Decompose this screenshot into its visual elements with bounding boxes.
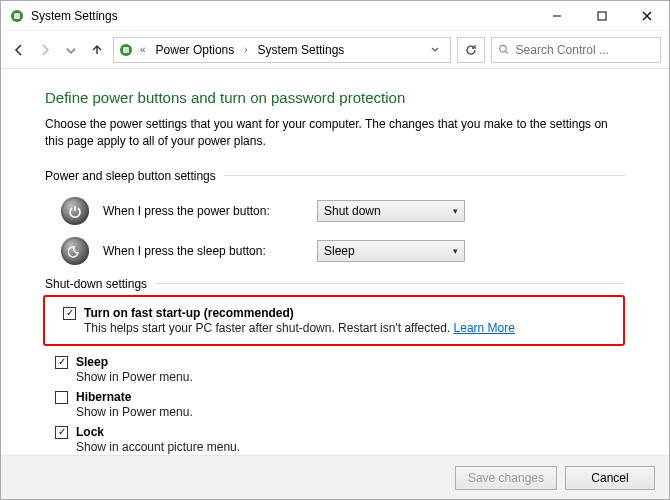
chevron-down-icon: ▾: [453, 246, 458, 256]
lock-option-desc: Show in account picture menu.: [76, 440, 240, 454]
breadcrumb-dropdown[interactable]: [424, 43, 446, 57]
power-button-select[interactable]: Shut down ▾: [317, 200, 465, 222]
window-title: System Settings: [31, 9, 118, 23]
recent-dropdown[interactable]: [61, 40, 81, 60]
hibernate-option-row: Hibernate Show in Power menu.: [55, 387, 625, 422]
section-power-sleep: Power and sleep button settings: [45, 169, 625, 183]
sleep-button-value: Sleep: [324, 244, 355, 258]
title-bar: System Settings: [1, 1, 669, 31]
page-title: Define power buttons and turn on passwor…: [45, 89, 625, 106]
fast-startup-highlight: ✓ Turn on fast start-up (recommended) Th…: [43, 295, 625, 346]
section-power-sleep-label: Power and sleep button settings: [45, 169, 216, 183]
search-box[interactable]: [491, 37, 661, 63]
chevron-right-icon: ›: [242, 44, 249, 55]
power-icon: [61, 197, 89, 225]
fast-startup-label: Turn on fast start-up (recommended): [84, 306, 515, 320]
svg-line-9: [505, 51, 507, 53]
sleep-icon: [61, 237, 89, 265]
app-icon: [9, 8, 25, 24]
sleep-option-label: Sleep: [76, 355, 193, 369]
sleep-checkbox[interactable]: ✓: [55, 356, 68, 369]
save-changes-button[interactable]: Save changes: [455, 466, 557, 490]
content-area: Define power buttons and turn on passwor…: [1, 69, 669, 455]
section-shutdown: Shut-down settings: [45, 277, 625, 291]
up-button[interactable]: [87, 40, 107, 60]
breadcrumb-item-power-options[interactable]: Power Options: [152, 41, 239, 59]
refresh-button[interactable]: [457, 37, 485, 63]
breadcrumb-item-system-settings[interactable]: System Settings: [254, 41, 349, 59]
page-intro: Choose the power settings that you want …: [45, 116, 625, 151]
lock-option-row: ✓ Lock Show in account picture menu.: [55, 422, 625, 455]
minimize-button[interactable]: [534, 1, 579, 31]
search-icon: [498, 43, 510, 56]
fast-startup-row: ✓ Turn on fast start-up (recommended) Th…: [63, 303, 615, 338]
breadcrumb-sep: «: [138, 44, 148, 55]
power-button-value: Shut down: [324, 204, 381, 218]
search-input[interactable]: [516, 43, 654, 57]
cancel-button[interactable]: Cancel: [565, 466, 655, 490]
divider: [155, 283, 625, 284]
sleep-button-label: When I press the sleep button:: [103, 244, 303, 258]
control-panel-icon: [118, 42, 134, 58]
forward-button[interactable]: [35, 40, 55, 60]
sleep-option-row: ✓ Sleep Show in Power menu.: [55, 352, 625, 387]
fast-startup-desc: This helps start your PC faster after sh…: [84, 321, 515, 335]
lock-checkbox[interactable]: ✓: [55, 426, 68, 439]
power-button-label: When I press the power button:: [103, 204, 303, 218]
sleep-option-desc: Show in Power menu.: [76, 370, 193, 384]
svg-rect-7: [123, 47, 129, 53]
svg-rect-1: [14, 13, 20, 19]
hibernate-option-label: Hibernate: [76, 390, 193, 404]
chevron-down-icon: ▾: [453, 206, 458, 216]
section-shutdown-label: Shut-down settings: [45, 277, 147, 291]
power-button-row: When I press the power button: Shut down…: [61, 197, 625, 225]
hibernate-option-desc: Show in Power menu.: [76, 405, 193, 419]
sleep-button-select[interactable]: Sleep ▾: [317, 240, 465, 262]
breadcrumb[interactable]: « Power Options › System Settings: [113, 37, 451, 63]
close-button[interactable]: [624, 1, 669, 31]
footer: Save changes Cancel: [1, 455, 669, 499]
hibernate-checkbox[interactable]: [55, 391, 68, 404]
lock-option-label: Lock: [76, 425, 240, 439]
fast-startup-checkbox[interactable]: ✓: [63, 307, 76, 320]
nav-toolbar: « Power Options › System Settings: [1, 31, 669, 69]
divider: [224, 175, 625, 176]
sleep-button-row: When I press the sleep button: Sleep ▾: [61, 237, 625, 265]
svg-rect-3: [598, 12, 606, 20]
svg-point-8: [500, 45, 507, 52]
learn-more-link[interactable]: Learn More: [454, 321, 515, 335]
back-button[interactable]: [9, 40, 29, 60]
maximize-button[interactable]: [579, 1, 624, 31]
